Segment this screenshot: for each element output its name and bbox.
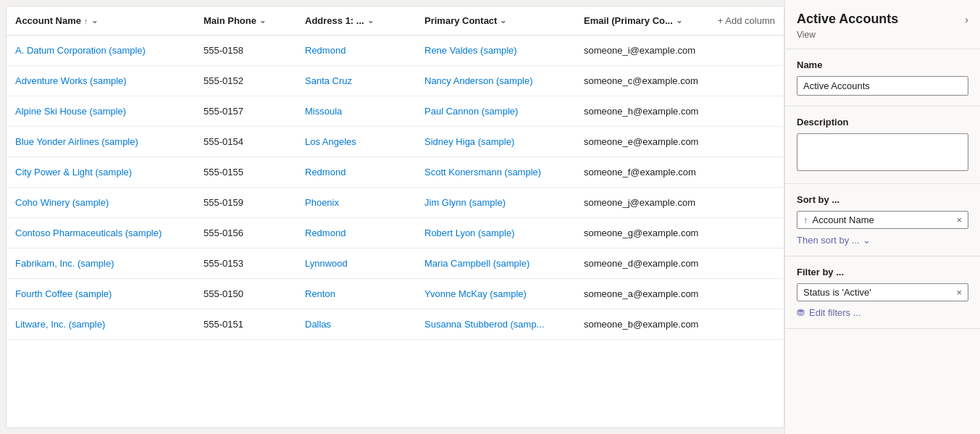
cell-email: someone_d@example.com xyxy=(575,252,784,275)
cell-email: someone_j@example.com xyxy=(575,191,784,214)
cell-account[interactable]: City Power & Light (sample) xyxy=(7,161,195,183)
cell-address[interactable]: Los Angeles xyxy=(296,130,416,153)
edit-filters-row[interactable]: ⛃ Edit filters ... xyxy=(797,307,968,318)
cell-account[interactable]: Adventure Works (sample) xyxy=(7,70,195,92)
right-panel: Active Accounts › View Name Description … xyxy=(784,0,980,434)
sort-section: Sort by ... ↑ Account Name × Then sort b… xyxy=(785,184,980,256)
description-section: Description xyxy=(785,107,980,184)
cell-account[interactable]: Litware, Inc. (sample) xyxy=(7,313,195,335)
table-row[interactable]: City Power & Light (sample)555-0155Redmo… xyxy=(7,157,784,188)
cell-account[interactable]: Alpine Ski House (sample) xyxy=(7,100,195,122)
table-row[interactable]: Alpine Ski House (sample)555-0157Missoul… xyxy=(7,96,784,127)
filter-icon: ⛃ xyxy=(797,307,805,318)
cell-address[interactable]: Phoenix xyxy=(296,191,416,214)
cell-email: someone_a@example.com xyxy=(575,283,784,305)
cell-account[interactable]: Contoso Pharmaceuticals (sample) xyxy=(7,222,195,244)
cell-email: someone_b@example.com xyxy=(575,313,784,335)
cell-address[interactable]: Redmond xyxy=(296,161,416,183)
col-account-label: Account Name xyxy=(15,15,81,26)
cell-contact[interactable]: Yvonne McKay (sample) xyxy=(416,283,575,305)
col-phone-chevron[interactable]: ⌄ xyxy=(259,16,266,25)
add-column-button[interactable]: + Add column xyxy=(709,9,784,32)
cell-phone: 555-0150 xyxy=(195,283,296,305)
filter-section-label: Filter by ... xyxy=(797,267,968,277)
sort-chip-label: Account Name xyxy=(813,214,952,225)
filter-chip-clear-button[interactable]: × xyxy=(956,287,962,298)
cell-email: someone_g@example.com xyxy=(575,222,784,244)
panel-subtitle: View xyxy=(785,30,980,49)
table-row[interactable]: Litware, Inc. (sample)555-0151DallasSusa… xyxy=(7,309,784,340)
col-phone-label: Main Phone xyxy=(204,15,256,26)
name-input[interactable] xyxy=(797,76,968,96)
cell-phone: 555-0155 xyxy=(195,161,296,183)
col-header-account[interactable]: Account Name ↑ ⌄ xyxy=(7,9,195,32)
cell-phone: 555-0158 xyxy=(195,39,296,62)
cell-address[interactable]: Lynnwood xyxy=(296,252,416,275)
table-header: Account Name ↑ ⌄ Main Phone ⌄ Address 1:… xyxy=(7,7,784,36)
table-row[interactable]: Blue Yonder Airlines (sample)555-0154Los… xyxy=(7,127,784,157)
filter-chip-label: Status is 'Active' xyxy=(803,287,952,298)
table-body: A. Datum Corporation (sample)555-0158Red… xyxy=(7,36,784,427)
then-sort-row[interactable]: Then sort by ... ⌄ xyxy=(797,235,968,246)
col-header-address[interactable]: Address 1: ... ⌄ xyxy=(296,9,416,32)
name-section: Name xyxy=(785,49,980,107)
cell-address[interactable]: Dallas xyxy=(296,313,416,335)
add-column-label: + Add column xyxy=(718,15,775,26)
panel-title: Active Accounts xyxy=(797,12,898,27)
cell-address[interactable]: Redmond xyxy=(296,222,416,244)
cell-email: someone_i@example.com xyxy=(575,39,784,62)
cell-contact[interactable]: Nancy Anderson (sample) xyxy=(416,70,575,92)
description-section-label: Description xyxy=(797,117,968,128)
then-sort-chevron-icon: ⌄ xyxy=(863,235,871,246)
col-address-chevron[interactable]: ⌄ xyxy=(367,16,374,25)
cell-address[interactable]: Santa Cruz xyxy=(296,70,416,92)
table-row[interactable]: Fourth Coffee (sample)555-0150RentonYvon… xyxy=(7,279,784,309)
cell-email: someone_h@example.com xyxy=(575,100,784,122)
cell-contact[interactable]: Scott Konersmann (sample) xyxy=(416,161,575,183)
cell-address[interactable]: Renton xyxy=(296,283,416,305)
table-row[interactable]: Fabrikam, Inc. (sample)555-0153LynnwoodM… xyxy=(7,249,784,279)
cell-phone: 555-0152 xyxy=(195,70,296,92)
filter-chip: Status is 'Active' × xyxy=(797,283,968,301)
cell-contact[interactable]: Robert Lyon (sample) xyxy=(416,222,575,244)
cell-phone: 555-0157 xyxy=(195,100,296,122)
table-row[interactable]: Contoso Pharmaceuticals (sample)555-0156… xyxy=(7,218,784,249)
cell-contact[interactable]: Susanna Stubberod (samp... xyxy=(416,313,575,335)
col-email-chevron[interactable]: ⌄ xyxy=(676,16,682,25)
cell-account[interactable]: A. Datum Corporation (sample) xyxy=(7,39,195,62)
table-row[interactable]: Coho Winery (sample)555-0159PhoenixJim G… xyxy=(7,188,784,218)
cell-contact[interactable]: Maria Campbell (sample) xyxy=(416,252,575,275)
sort-section-label: Sort by ... xyxy=(797,194,968,205)
name-section-label: Name xyxy=(797,59,968,70)
edit-filters-label: Edit filters ... xyxy=(809,307,861,318)
cell-contact[interactable]: Jim Glynn (sample) xyxy=(416,191,575,214)
sort-chip: ↑ Account Name × xyxy=(797,211,968,229)
filter-section: Filter by ... Status is 'Active' × ⛃ Edi… xyxy=(785,256,980,329)
table-row[interactable]: Adventure Works (sample)555-0152Santa Cr… xyxy=(7,66,784,96)
cell-phone: 555-0156 xyxy=(195,222,296,244)
col-email-label: Email (Primary Co... xyxy=(584,15,673,26)
col-header-phone[interactable]: Main Phone ⌄ xyxy=(195,9,296,32)
col-contact-chevron[interactable]: ⌄ xyxy=(500,16,506,25)
cell-email: someone_c@example.com xyxy=(575,70,784,92)
cell-account[interactable]: Coho Winery (sample) xyxy=(7,191,195,214)
cell-contact[interactable]: Paul Cannon (sample) xyxy=(416,100,575,122)
sort-chip-clear-button[interactable]: × xyxy=(956,215,962,225)
col-header-contact[interactable]: Primary Contact ⌄ xyxy=(416,9,575,32)
cell-contact[interactable]: Rene Valdes (sample) xyxy=(416,39,575,62)
cell-phone: 555-0151 xyxy=(195,313,296,335)
description-textarea[interactable] xyxy=(797,133,968,171)
table-row[interactable]: A. Datum Corporation (sample)555-0158Red… xyxy=(7,36,784,66)
cell-address[interactable]: Redmond xyxy=(296,39,416,62)
cell-email: someone_e@example.com xyxy=(575,130,784,153)
col-header-email[interactable]: Email (Primary Co... ⌄ xyxy=(575,9,709,32)
col-account-chevron[interactable]: ⌄ xyxy=(91,16,98,25)
panel-header: Active Accounts › xyxy=(785,0,980,30)
cell-account[interactable]: Fabrikam, Inc. (sample) xyxy=(7,252,195,275)
cell-account[interactable]: Blue Yonder Airlines (sample) xyxy=(7,130,195,153)
cell-contact[interactable]: Sidney Higa (sample) xyxy=(416,130,575,153)
panel-chevron-right[interactable]: › xyxy=(965,14,968,25)
cell-address[interactable]: Missoula xyxy=(296,100,416,122)
col-address-label: Address 1: ... xyxy=(305,15,364,26)
cell-account[interactable]: Fourth Coffee (sample) xyxy=(7,283,195,305)
